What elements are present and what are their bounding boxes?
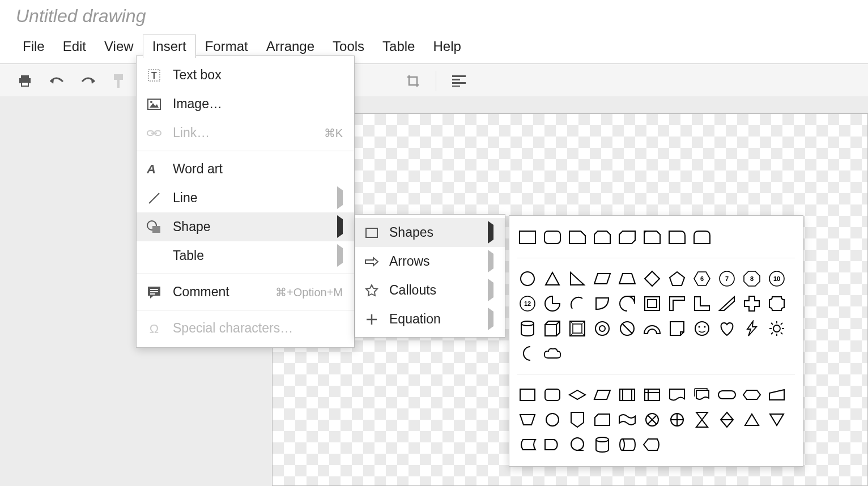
insert-wordart-item[interactable]: A Word art: [137, 155, 354, 184]
shape-flow-sort[interactable]: [717, 410, 737, 430]
align-left-icon[interactable]: [451, 73, 467, 89]
menu-help[interactable]: Help: [424, 35, 470, 58]
shape-cross[interactable]: [742, 293, 762, 314]
shape-flow-merge[interactable]: [767, 410, 787, 430]
shape-block-arc[interactable]: [642, 318, 662, 339]
shape-flow-preparation[interactable]: [742, 385, 762, 405]
shape-round-same-side[interactable]: [692, 227, 712, 248]
shape-flow-connector[interactable]: [542, 410, 563, 430]
shape-donut[interactable]: [592, 318, 612, 339]
insert-line-item[interactable]: Line: [137, 184, 354, 212]
shape-snip-round[interactable]: [642, 227, 662, 248]
shape-flow-manual-input[interactable]: [767, 385, 787, 405]
shape-flow-delay[interactable]: [542, 434, 563, 455]
insert-table-item[interactable]: Table: [137, 241, 354, 270]
shape-right-triangle[interactable]: [567, 268, 588, 289]
shape-flow-data[interactable]: [592, 385, 612, 405]
shape-hexagon[interactable]: 6: [692, 268, 712, 289]
shape-flow-process[interactable]: [517, 385, 538, 405]
insert-comment-item[interactable]: Comment ⌘+Option+M: [137, 278, 354, 306]
shape-no-symbol[interactable]: [617, 318, 637, 339]
shape-smiley[interactable]: [692, 318, 712, 339]
shape-frame[interactable]: [642, 293, 662, 314]
shape-decagon[interactable]: 10: [767, 268, 787, 289]
insert-image-item[interactable]: Image…: [137, 89, 354, 118]
shape-flow-magnetic-disk[interactable]: [592, 434, 612, 455]
shape-flow-internal-storage[interactable]: [642, 385, 662, 405]
shape-flow-direct-access[interactable]: [617, 434, 637, 455]
menu-table[interactable]: Table: [373, 35, 424, 58]
menu-edit[interactable]: Edit: [54, 35, 95, 58]
shape-flow-seq-access[interactable]: [567, 434, 588, 455]
shape-flow-multidocument[interactable]: [692, 385, 712, 405]
shape-round-rectangle[interactable]: [542, 227, 563, 248]
shape-flow-summing[interactable]: [642, 410, 662, 430]
shape-arc[interactable]: [567, 293, 588, 314]
shape-snip-single[interactable]: [567, 227, 588, 248]
shape-pentagon[interactable]: [667, 268, 687, 289]
shape-half-frame[interactable]: [667, 293, 687, 314]
shape-l-shape[interactable]: [692, 293, 712, 314]
insert-textbox-item[interactable]: T Text box: [137, 61, 354, 89]
shape-flow-predefined[interactable]: [617, 385, 637, 405]
shape-flow-alt-process[interactable]: [542, 385, 563, 405]
shape-lightning[interactable]: [742, 318, 762, 339]
menu-file[interactable]: File: [14, 35, 54, 58]
shape-flow-tape[interactable]: [617, 410, 637, 430]
shape-can[interactable]: [517, 318, 538, 339]
shape-round-single[interactable]: [667, 227, 687, 248]
redo-icon[interactable]: [80, 73, 96, 89]
shape-snip-same-side[interactable]: [592, 227, 612, 248]
submenu-shapes-item[interactable]: Shapes: [355, 218, 505, 247]
submenu-callouts-item[interactable]: Callouts: [355, 276, 505, 305]
shape-diagonal-stripe[interactable]: [717, 293, 737, 314]
shape-pie[interactable]: [542, 293, 563, 314]
shape-rectangle[interactable]: [517, 227, 538, 248]
crop-icon[interactable]: [405, 73, 421, 89]
shape-moon[interactable]: [517, 343, 538, 364]
shape-flow-collate[interactable]: [692, 410, 712, 430]
shape-flow-extract[interactable]: [742, 410, 762, 430]
shape-snip-diagonal[interactable]: [617, 227, 637, 248]
shape-cube[interactable]: [542, 318, 563, 339]
shape-octagon[interactable]: 8: [742, 268, 762, 289]
shape-flow-or[interactable]: [667, 410, 687, 430]
paint-format-icon[interactable]: [112, 73, 128, 89]
submenu-arrows-item[interactable]: Arrows: [355, 247, 505, 276]
shape-teardrop[interactable]: [617, 293, 637, 314]
image-icon: [146, 99, 163, 110]
shape-dodecagon[interactable]: 12: [517, 293, 538, 314]
shape-flow-document[interactable]: [667, 385, 687, 405]
shape-triangle[interactable]: [542, 268, 563, 289]
menu-arrange[interactable]: Arrange: [257, 35, 324, 58]
shape-sun[interactable]: [767, 318, 787, 339]
shape-flow-decision[interactable]: [567, 385, 588, 405]
shape-flow-stored-data[interactable]: [517, 434, 538, 455]
shape-plaque[interactable]: [767, 293, 787, 314]
svg-point-82: [571, 438, 584, 450]
menu-tools[interactable]: Tools: [324, 35, 373, 58]
menu-insert[interactable]: Insert: [143, 35, 196, 58]
shape-flow-display[interactable]: [642, 434, 662, 455]
shape-bevel[interactable]: [567, 318, 588, 339]
shape-flow-card[interactable]: [592, 410, 612, 430]
shape-heptagon[interactable]: 7: [717, 268, 737, 289]
menu-view[interactable]: View: [95, 35, 143, 58]
shape-heart[interactable]: [717, 318, 737, 339]
shape-cloud[interactable]: [542, 343, 563, 364]
print-icon[interactable]: [17, 73, 33, 89]
shape-flow-manual-operation[interactable]: [517, 410, 538, 430]
insert-shape-item[interactable]: Shape: [137, 212, 354, 241]
submenu-equation-item[interactable]: Equation: [355, 305, 505, 334]
shape-trapezoid[interactable]: [617, 268, 637, 289]
menu-format[interactable]: Format: [196, 35, 257, 58]
shape-oval[interactable]: [517, 268, 538, 289]
shape-folded-corner[interactable]: [667, 318, 687, 339]
shape-diamond[interactable]: [642, 268, 662, 289]
document-title[interactable]: Untitled drawing: [16, 6, 852, 27]
shape-parallelogram[interactable]: [592, 268, 612, 289]
shape-chord[interactable]: [592, 293, 612, 314]
shape-flow-offpage[interactable]: [567, 410, 588, 430]
undo-icon[interactable]: [49, 73, 65, 89]
shape-flow-terminator[interactable]: [717, 385, 737, 405]
